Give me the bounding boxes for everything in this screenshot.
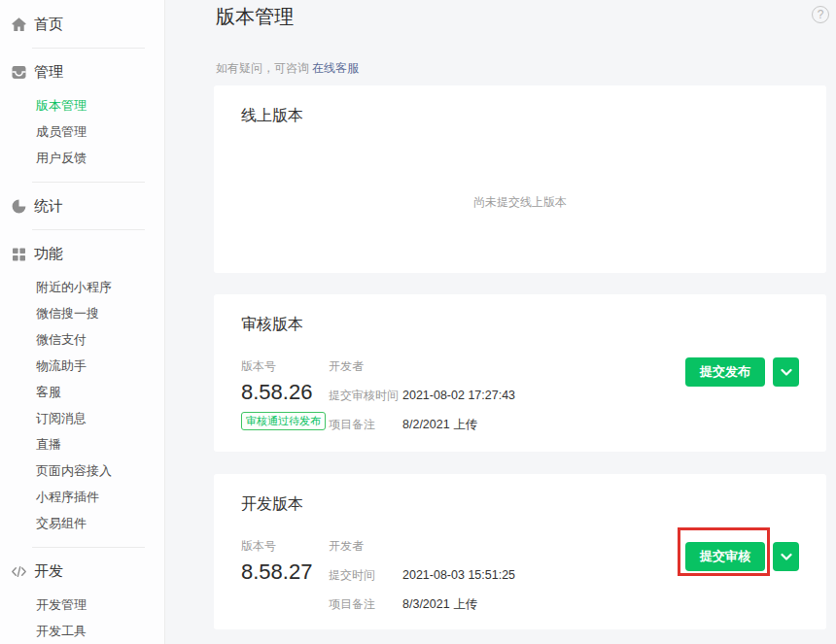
- details-column: 开发者 提交时间 2021-08-03 15:51:25 项目备注 8/3/20…: [329, 538, 515, 626]
- develop-sub-list: 开发管理 开发工具: [0, 586, 164, 644]
- submit-time-value: 2021-08-03 15:51:25: [402, 568, 515, 582]
- sidebar-item-subscribe-message[interactable]: 订阅消息: [0, 405, 164, 431]
- page-title: 版本管理: [216, 4, 294, 30]
- pie-chart-icon: [11, 198, 27, 215]
- developer-label: 开发者: [329, 538, 402, 555]
- version-number: 8.58.26: [241, 380, 329, 405]
- review-version-meta: 版本号 8.58.26 审核通过待发布 开发者 提交审核时间 2021-08-0…: [241, 358, 515, 446]
- card-title: 线上版本: [241, 106, 303, 126]
- sidebar: 首页 管理 版本管理 成员管理 用户反馈 统计 功能 附近的小程序 微信搜一搜 …: [0, 0, 165, 644]
- card-title: 开发版本: [241, 494, 303, 515]
- notice-bar: 如有疑问，可咨询在线客服: [216, 60, 359, 77]
- sidebar-item-features[interactable]: 功能: [0, 239, 164, 268]
- sidebar-divider: [32, 229, 145, 230]
- inbox-icon: [11, 64, 27, 81]
- details-column: 开发者 提交审核时间 2021-08-02 17:27:43 项目备注 8/2/…: [329, 358, 515, 446]
- sidebar-divider: [32, 547, 145, 548]
- sidebar-item-develop[interactable]: 开发: [0, 557, 164, 586]
- sidebar-item-wechat-pay[interactable]: 微信支付: [0, 326, 164, 353]
- sidebar-item-nearby-miniprogram[interactable]: 附近的小程序: [0, 274, 164, 300]
- submit-time-row: 提交审核时间 2021-08-02 17:27:43: [329, 388, 515, 404]
- project-note-label: 项目备注: [329, 596, 402, 613]
- dev-actions: 提交审核: [685, 542, 799, 571]
- version-label: 版本号: [241, 538, 329, 555]
- project-note-value: 8/2/2021 上传: [402, 417, 477, 433]
- chevron-down-icon: [781, 368, 792, 377]
- help-icon[interactable]: ?: [812, 6, 829, 23]
- notice-text: 如有疑问，可咨询: [216, 61, 309, 75]
- sidebar-item-label: 开发: [34, 562, 63, 581]
- submit-release-button[interactable]: 提交发布: [685, 357, 765, 387]
- sidebar-item-member-manage[interactable]: 成员管理: [0, 119, 164, 145]
- sidebar-item-version-manage[interactable]: 版本管理: [0, 92, 164, 119]
- version-column: 版本号 8.58.27: [241, 538, 329, 626]
- submit-time-value: 2021-08-02 17:27:43: [402, 389, 515, 402]
- version-label: 版本号: [241, 358, 329, 375]
- version-column: 版本号 8.58.26 审核通过待发布: [241, 358, 329, 446]
- sidebar-item-home[interactable]: 首页: [0, 10, 164, 39]
- dev-version-meta: 版本号 8.58.27 开发者 提交时间 2021-08-03 15:51:25…: [241, 538, 515, 626]
- online-service-link[interactable]: 在线客服: [312, 61, 359, 75]
- sidebar-item-label: 管理: [34, 63, 63, 82]
- sidebar-item-stats[interactable]: 统计: [0, 191, 164, 220]
- sidebar-item-live[interactable]: 直播: [0, 431, 164, 458]
- home-icon: [11, 17, 27, 33]
- sidebar-item-label: 首页: [34, 16, 63, 34]
- sidebar-item-manage[interactable]: 管理: [0, 57, 164, 86]
- project-note-label: 项目备注: [329, 417, 402, 433]
- review-dropdown-button[interactable]: [773, 542, 799, 571]
- submit-time-label: 提交审核时间: [329, 388, 402, 404]
- sidebar-item-label: 统计: [34, 197, 63, 216]
- project-note-value: 8/3/2021 上传: [402, 596, 477, 613]
- sidebar-item-develop-manage[interactable]: 开发管理: [0, 592, 164, 618]
- online-version-card: 线上版本 尚未提交线上版本: [214, 85, 826, 273]
- sidebar-divider: [32, 48, 145, 49]
- code-icon: [11, 563, 27, 580]
- dev-version-card: 开发版本 版本号 8.58.27 开发者 提交时间 2021-08-03 15:…: [214, 474, 826, 629]
- release-dropdown-button[interactable]: [773, 357, 799, 387]
- sidebar-item-trade-component[interactable]: 交易组件: [0, 510, 164, 536]
- sidebar-item-page-content-access[interactable]: 页面内容接入: [0, 458, 164, 484]
- sidebar-item-user-feedback[interactable]: 用户反馈: [0, 145, 164, 171]
- card-title: 审核版本: [241, 315, 303, 335]
- sidebar-divider: [32, 182, 145, 183]
- grid-icon: [11, 246, 27, 262]
- sidebar-item-miniprogram-plugin[interactable]: 小程序插件: [0, 484, 164, 510]
- project-note-row: 项目备注 8/3/2021 上传: [329, 596, 515, 613]
- chevron-down-icon: [781, 553, 792, 561]
- submit-review-button[interactable]: 提交审核: [685, 542, 765, 571]
- project-note-row: 项目备注 8/2/2021 上传: [329, 417, 515, 433]
- status-badge: 审核通过待发布: [241, 412, 326, 430]
- version-number: 8.58.27: [241, 559, 329, 585]
- sidebar-item-logistics-helper[interactable]: 物流助手: [0, 353, 164, 379]
- developer-label: 开发者: [329, 358, 402, 375]
- empty-state-text: 尚未提交线上版本: [214, 194, 826, 211]
- sidebar-item-wechat-search[interactable]: 微信搜一搜: [0, 300, 164, 326]
- review-actions: 提交发布: [685, 357, 799, 387]
- sidebar-item-label: 功能: [34, 245, 63, 263]
- manage-sub-list: 版本管理 成员管理 用户反馈: [0, 86, 164, 173]
- developer-row: 开发者: [329, 538, 515, 555]
- sidebar-item-develop-tools[interactable]: 开发工具: [0, 618, 164, 644]
- developer-row: 开发者: [329, 358, 515, 375]
- main-content: 版本管理 ? 如有疑问，可咨询在线客服 线上版本 尚未提交线上版本 审核版本 版…: [165, 0, 836, 644]
- review-version-card: 审核版本 版本号 8.58.26 审核通过待发布 开发者 提交审核时间 2021…: [214, 294, 826, 452]
- sidebar-item-customer-service[interactable]: 客服: [0, 379, 164, 405]
- submit-time-label: 提交时间: [329, 567, 402, 584]
- features-sub-list: 附近的小程序 微信搜一搜 微信支付 物流助手 客服 订阅消息 直播 页面内容接入…: [0, 268, 164, 538]
- submit-time-row: 提交时间 2021-08-03 15:51:25: [329, 567, 515, 584]
